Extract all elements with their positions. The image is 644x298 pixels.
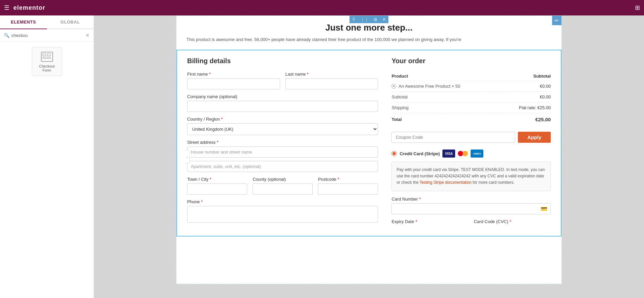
widget-move-btn[interactable]: ⠿ [350, 16, 358, 23]
card-number-input[interactable] [391, 203, 551, 214]
expiry-required: * [416, 219, 417, 224]
amex-logo: AMEX [471, 150, 483, 158]
town-group: Town / City * [187, 177, 247, 195]
table-row: ✕ An Awesome Free Product × 50 €0.00 [391, 81, 551, 92]
country-group: Country / Region * United Kingdom (UK) U… [187, 117, 378, 135]
widget-delete-btn[interactable]: ✕ [380, 16, 388, 23]
country-required: * [221, 117, 223, 122]
card-number-required: * [419, 197, 421, 202]
county-group: County (optional) [253, 177, 313, 195]
county-input[interactable] [253, 183, 313, 195]
top-bar: ☰ elementor ⊞ [0, 0, 644, 15]
card-icon: 💳 [541, 206, 547, 212]
town-required: * [210, 177, 211, 182]
street-required: * [217, 140, 218, 145]
payment-info-box: Pay with your credit card via Stripe. TE… [391, 162, 551, 191]
town-input[interactable] [187, 183, 247, 195]
checkout-form-widget[interactable]: Checkout Form [32, 47, 62, 76]
sidebar-collapse-handle[interactable]: ‹ [185, 150, 190, 164]
company-label: Company name (optional) [187, 94, 378, 99]
tab-global[interactable]: GLOBAL [47, 15, 94, 29]
billing-section: Billing details First name * Last name * [187, 54, 378, 226]
widget-drag-btn[interactable]: ⋮⋮ [358, 16, 371, 23]
street-input[interactable] [187, 146, 378, 158]
city-row: Town / City * County (optional) Postcode… [187, 177, 378, 195]
checkout-layout: Billing details First name * Last name * [176, 50, 561, 237]
town-label: Town / City * [187, 177, 247, 182]
app-title: elementor [13, 4, 45, 11]
col-subtotal: Subtotal [500, 72, 551, 81]
first-name-group: First name * [187, 72, 280, 89]
search-bar: 🔍 ✕ [0, 29, 94, 42]
apt-input[interactable] [187, 161, 378, 172]
apply-button[interactable]: Apply [518, 132, 551, 143]
cvc-label: Card Code (CVC) * [474, 219, 551, 224]
svg-rect-1 [43, 54, 46, 56]
street-group: Street address * [187, 140, 378, 158]
svg-rect-3 [43, 57, 51, 58]
sidebar-tabs: ELEMENTS GLOBAL [0, 15, 94, 29]
shipping-row: Shipping Flat rate: €25.00 [391, 102, 551, 113]
checkout-form-label: Checkout Form [36, 64, 58, 72]
payment-label: Credit Card (Stripe) [399, 151, 440, 156]
payment-radio[interactable] [391, 151, 397, 156]
cvc-required: * [509, 219, 511, 224]
order-heading: Your order [391, 54, 551, 65]
subtotal-label: Subtotal [391, 92, 500, 102]
product-name: An Awesome Free Product [398, 84, 450, 89]
tab-elements[interactable]: ELEMENTS [0, 15, 47, 29]
last-name-label: Last name * [285, 72, 378, 77]
widget-toolbar: ⠿ ⋮⋮ ⧉ ✕ [350, 16, 388, 23]
expiry-label: Expiry Date * [391, 219, 468, 224]
product-cell: ✕ An Awesome Free Product × 50 [391, 81, 500, 92]
coupon-input[interactable] [391, 132, 515, 143]
last-name-input[interactable] [285, 78, 378, 89]
subtotal-row: Subtotal €0.00 [391, 92, 551, 102]
mastercard-logo [457, 150, 469, 158]
svg-rect-2 [47, 54, 51, 56]
last-name-group: Last name * [285, 72, 378, 89]
edit-corner-btn[interactable]: ✏ [552, 16, 561, 25]
grid-icon[interactable]: ⊞ [635, 4, 640, 11]
total-label: Total [391, 113, 500, 125]
expiry-group: Expiry Date * [391, 219, 468, 226]
phone-required: * [201, 199, 203, 204]
postcode-required: * [337, 177, 339, 182]
expiry-cvc-row: Expiry Date * Card Code (CVC) * [391, 219, 551, 226]
subtotal-value: €0.00 [500, 92, 551, 102]
first-name-input[interactable] [187, 78, 280, 89]
shipping-value: Flat rate: €25.00 [500, 102, 551, 113]
search-clear-icon[interactable]: ✕ [86, 33, 90, 38]
page-subtitle: This product is awesome and free. 56,000… [176, 36, 561, 50]
postcode-input[interactable] [318, 183, 378, 195]
hamburger-icon[interactable]: ☰ [4, 4, 9, 11]
product-icon: ✕ [391, 84, 396, 89]
stripe-docs-link[interactable]: Testing Stripe documentation [420, 180, 472, 185]
company-input[interactable] [187, 101, 378, 112]
coupon-row: Apply [391, 132, 551, 143]
street-label: Street address * [187, 140, 378, 145]
billing-heading: Billing details [187, 54, 378, 65]
country-select[interactable]: United Kingdom (UK) United States (US) G… [187, 123, 378, 135]
phone-input[interactable] [187, 206, 378, 223]
col-product: Product [391, 72, 500, 81]
order-section: Your order Product Subtotal ✕ [391, 54, 551, 226]
widget-duplicate-btn[interactable]: ⧉ [371, 16, 380, 23]
search-input[interactable] [11, 33, 84, 38]
sidebar: ELEMENTS GLOBAL 🔍 ✕ Checkout Form [0, 15, 94, 298]
svg-rect-0 [41, 52, 53, 61]
total-value: €25.00 [500, 113, 551, 125]
page-content: ⠿ ⋮⋮ ⧉ ✕ ✏ Just one more step... This pr… [176, 15, 562, 284]
name-row: First name * Last name * [187, 72, 378, 89]
last-name-required: * [307, 72, 309, 77]
first-name-label: First name * [187, 72, 280, 77]
visa-logo: VISA [442, 150, 455, 158]
county-label: County (optional) [253, 177, 313, 182]
phone-label: Phone * [187, 199, 378, 204]
card-number-wrapper: 💳 [391, 203, 551, 214]
canvas-area: ⠿ ⋮⋮ ⧉ ✕ ✏ Just one more step... This pr… [94, 15, 644, 298]
phone-group: Phone * [187, 199, 378, 223]
card-logos: VISA AMEX [442, 150, 483, 158]
shipping-label: Shipping [391, 102, 500, 113]
company-group: Company name (optional) [187, 94, 378, 112]
